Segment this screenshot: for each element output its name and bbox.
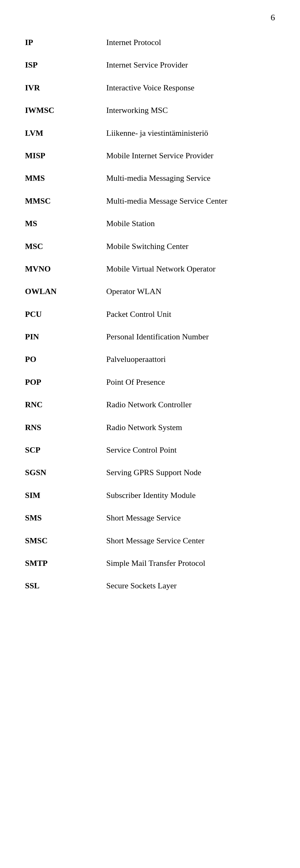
abbreviation: RNC xyxy=(25,394,94,416)
page-number: 6 xyxy=(271,12,275,23)
definition: Service Control Point xyxy=(94,439,275,461)
glossary-row: MVNOMobile Virtual Network Operator xyxy=(25,258,275,280)
glossary-row: PCUPacket Control Unit xyxy=(25,303,275,326)
abbreviation: RNS xyxy=(25,416,94,439)
definition: Simple Mail Transfer Protocol xyxy=(94,552,275,575)
abbreviation: LVM xyxy=(25,122,94,145)
definition: Liikenne- ja viestintäministeriö xyxy=(94,122,275,145)
definition: Internet Protocol xyxy=(94,31,275,54)
glossary-row: RNCRadio Network Controller xyxy=(25,394,275,416)
definition: Mobile Virtual Network Operator xyxy=(94,258,275,280)
abbreviation: ISP xyxy=(25,54,94,76)
definition: Subscriber Identity Module xyxy=(94,484,275,507)
abbreviation: SMSC xyxy=(25,530,94,552)
abbreviation: MSC xyxy=(25,235,94,258)
definition: Radio Network Controller xyxy=(94,394,275,416)
glossary-row: MSMobile Station xyxy=(25,212,275,235)
definition: Palveluoperaattori xyxy=(94,348,275,371)
definition: Point Of Presence xyxy=(94,371,275,394)
definition: Interworking MSC xyxy=(94,99,275,122)
glossary-table: IPInternet ProtocolISPInternet Service P… xyxy=(25,31,275,597)
definition: Multi-media Message Service Center xyxy=(94,190,275,212)
glossary-row: SIMSubscriber Identity Module xyxy=(25,484,275,507)
definition: Operator WLAN xyxy=(94,280,275,303)
abbreviation: MISP xyxy=(25,145,94,167)
glossary-row: POPalveluoperaattori xyxy=(25,348,275,371)
abbreviation: SSL xyxy=(25,575,94,597)
glossary-row: ISPInternet Service Provider xyxy=(25,54,275,76)
glossary-row: SMTPSimple Mail Transfer Protocol xyxy=(25,552,275,575)
abbreviation: MS xyxy=(25,212,94,235)
abbreviation: SMS xyxy=(25,507,94,529)
definition: Radio Network System xyxy=(94,416,275,439)
glossary-row: SMSCShort Message Service Center xyxy=(25,530,275,552)
abbreviation: OWLAN xyxy=(25,280,94,303)
abbreviation: SIM xyxy=(25,484,94,507)
glossary-row: SSLSecure Sockets Layer xyxy=(25,575,275,597)
glossary-row: RNSRadio Network System xyxy=(25,416,275,439)
definition: Serving GPRS Support Node xyxy=(94,461,275,484)
definition: Mobile Switching Center xyxy=(94,235,275,258)
abbreviation: POP xyxy=(25,371,94,394)
abbreviation: SMTP xyxy=(25,552,94,575)
abbreviation: IWMSC xyxy=(25,99,94,122)
abbreviation: MVNO xyxy=(25,258,94,280)
definition: Personal Identification Number xyxy=(94,326,275,348)
glossary-row: SGSNServing GPRS Support Node xyxy=(25,461,275,484)
glossary-row: POPPoint Of Presence xyxy=(25,371,275,394)
abbreviation: IVR xyxy=(25,76,94,99)
abbreviation: PO xyxy=(25,348,94,371)
definition: Mobile Internet Service Provider xyxy=(94,145,275,167)
glossary-row: MMSCMulti-media Message Service Center xyxy=(25,190,275,212)
glossary-row: MSCMobile Switching Center xyxy=(25,235,275,258)
glossary-row: PINPersonal Identification Number xyxy=(25,326,275,348)
abbreviation: SGSN xyxy=(25,461,94,484)
glossary-row: IPInternet Protocol xyxy=(25,31,275,54)
glossary-row: MISPMobile Internet Service Provider xyxy=(25,145,275,167)
glossary-row: SCPService Control Point xyxy=(25,439,275,461)
definition: Short Message Service Center xyxy=(94,530,275,552)
definition: Multi-media Messaging Service xyxy=(94,167,275,190)
glossary-row: OWLANOperator WLAN xyxy=(25,280,275,303)
glossary-row: IWMSCInterworking MSC xyxy=(25,99,275,122)
definition: Packet Control Unit xyxy=(94,303,275,326)
abbreviation: SCP xyxy=(25,439,94,461)
glossary-row: IVRInteractive Voice Response xyxy=(25,76,275,99)
definition: Interactive Voice Response xyxy=(94,76,275,99)
definition: Secure Sockets Layer xyxy=(94,575,275,597)
glossary-row: MMSMulti-media Messaging Service xyxy=(25,167,275,190)
glossary-row: LVMLiikenne- ja viestintäministeriö xyxy=(25,122,275,145)
abbreviation: PIN xyxy=(25,326,94,348)
abbreviation: PCU xyxy=(25,303,94,326)
abbreviation: MMSC xyxy=(25,190,94,212)
definition: Short Message Service xyxy=(94,507,275,529)
definition: Mobile Station xyxy=(94,212,275,235)
glossary-row: SMSShort Message Service xyxy=(25,507,275,529)
abbreviation: MMS xyxy=(25,167,94,190)
abbreviation: IP xyxy=(25,31,94,54)
definition: Internet Service Provider xyxy=(94,54,275,76)
